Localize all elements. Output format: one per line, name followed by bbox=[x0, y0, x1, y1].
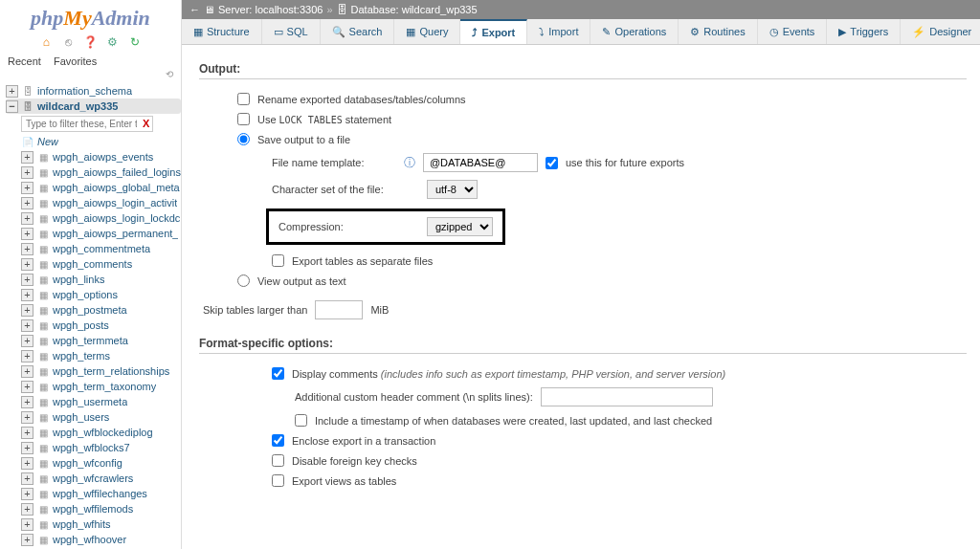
expand-icon[interactable]: + bbox=[21, 381, 33, 393]
table-item[interactable]: +▦wpgh_aiowps_events bbox=[21, 149, 181, 165]
expand-icon[interactable]: + bbox=[21, 243, 33, 255]
save-radio[interactable] bbox=[237, 133, 250, 145]
tab-export[interactable]: ⤴Export bbox=[460, 19, 527, 44]
header-comment-input[interactable] bbox=[541, 387, 713, 406]
tab-routines[interactable]: ⚙Routines bbox=[679, 19, 757, 44]
table-item[interactable]: +▦wpgh_aiowps_login_lockdc bbox=[21, 210, 181, 226]
filter-box: X bbox=[21, 116, 181, 132]
table-item[interactable]: +▦wpgh_wfcrawlers bbox=[21, 471, 181, 486]
expand-icon[interactable]: + bbox=[21, 258, 33, 271]
reload-icon[interactable]: ↻ bbox=[127, 34, 143, 50]
table-item[interactable]: +▦wpgh_wffilechanges bbox=[21, 486, 181, 501]
filter-input[interactable] bbox=[21, 116, 153, 132]
expand-icon[interactable]: + bbox=[21, 197, 33, 209]
favorites-link[interactable]: Favorites bbox=[54, 55, 97, 67]
breadcrumb-db[interactable]: Database: wildcard_wp335 bbox=[351, 4, 478, 15]
tab-search[interactable]: 🔍Search bbox=[321, 19, 395, 44]
expand-icon[interactable]: + bbox=[21, 396, 33, 408]
filename-input[interactable] bbox=[423, 153, 538, 172]
breadcrumb-server[interactable]: Server: localhost:3306 bbox=[218, 4, 323, 15]
db-item[interactable]: + 🗄 information_schema bbox=[6, 83, 181, 99]
compression-select[interactable]: gzipped bbox=[427, 217, 493, 236]
comments-checkbox[interactable] bbox=[272, 367, 284, 380]
home-icon[interactable]: ⌂ bbox=[38, 34, 54, 50]
expand-icon[interactable]: + bbox=[21, 427, 33, 439]
table-item[interactable]: +▦wpgh_wfhits bbox=[21, 516, 181, 532]
expand-icon[interactable]: + bbox=[21, 228, 33, 240]
expand-icon[interactable]: + bbox=[21, 289, 33, 301]
lock-checkbox[interactable] bbox=[237, 113, 250, 125]
expand-icon[interactable]: + bbox=[21, 503, 33, 516]
collapse-icon[interactable]: − bbox=[6, 100, 18, 113]
table-item[interactable]: +▦wpgh_aiowps_login_activit bbox=[21, 195, 181, 210]
future-checkbox[interactable] bbox=[546, 157, 558, 169]
table-item[interactable]: +▦wpgh_wfblockediplog bbox=[21, 425, 181, 440]
tab-sql[interactable]: ▭SQL bbox=[262, 19, 321, 44]
expand-icon[interactable]: + bbox=[21, 442, 33, 454]
expand-icon[interactable]: + bbox=[21, 151, 33, 164]
table-item[interactable]: +▦wpgh_posts bbox=[21, 318, 181, 333]
charset-select[interactable]: utf-8 bbox=[427, 180, 478, 199]
separate-checkbox[interactable] bbox=[272, 254, 284, 267]
expand-icon[interactable]: + bbox=[21, 166, 33, 179]
rename-checkbox[interactable] bbox=[237, 93, 250, 105]
expand-icon[interactable]: + bbox=[21, 457, 33, 470]
timestamp-checkbox[interactable] bbox=[295, 414, 307, 427]
expand-icon[interactable]: + bbox=[21, 365, 33, 378]
expand-icon[interactable]: + bbox=[21, 534, 33, 546]
tab-events[interactable]: ◷Events bbox=[758, 19, 828, 44]
table-item[interactable]: +▦wpgh_term_taxonomy bbox=[21, 379, 181, 394]
tab-designer[interactable]: ⚡Designer bbox=[901, 19, 980, 44]
tab-operations[interactable]: ✎Operations bbox=[590, 19, 679, 44]
tab-triggers[interactable]: ▶Triggers bbox=[827, 19, 901, 44]
table-item[interactable]: +▦wpgh_aiowps_global_meta bbox=[21, 180, 181, 195]
table-item[interactable]: +▦wpgh_termmeta bbox=[21, 333, 181, 348]
table-item[interactable]: +▦wpgh_wfhoover bbox=[21, 532, 181, 547]
table-item[interactable]: +▦wpgh_postmeta bbox=[21, 302, 181, 318]
expand-icon[interactable]: + bbox=[21, 488, 33, 500]
expand-icon[interactable]: + bbox=[6, 85, 18, 98]
table-item[interactable]: +▦wpgh_wffilemods bbox=[21, 501, 181, 516]
expand-icon[interactable]: + bbox=[21, 274, 33, 286]
table-item[interactable]: +▦wpgh_term_relationships bbox=[21, 363, 181, 379]
docs-icon[interactable]: ❓ bbox=[82, 34, 98, 50]
table-item[interactable]: +▦wpgh_options bbox=[21, 287, 181, 302]
settings-icon[interactable]: ⚙ bbox=[105, 34, 121, 50]
expand-icon[interactable]: + bbox=[21, 518, 33, 531]
tab-import[interactable]: ⤵Import bbox=[527, 19, 590, 44]
expand-icon[interactable]: + bbox=[21, 472, 33, 485]
nav-left-icon[interactable]: ← bbox=[189, 4, 200, 15]
table-item[interactable]: +▦wpgh_wfblocks7 bbox=[21, 440, 181, 455]
filter-clear-icon[interactable]: X bbox=[143, 118, 149, 129]
skip-input[interactable] bbox=[315, 300, 363, 319]
fk-checkbox[interactable] bbox=[272, 454, 284, 467]
table-item[interactable]: +▦wpgh_users bbox=[21, 409, 181, 425]
recent-link[interactable]: Recent bbox=[8, 55, 41, 67]
expand-icon[interactable]: + bbox=[21, 350, 33, 362]
table-item[interactable]: +▦wpgh_terms bbox=[21, 348, 181, 363]
logo[interactable]: phpMyAdmin bbox=[0, 0, 181, 33]
table-item[interactable]: +▦wpgh_usermeta bbox=[21, 394, 181, 409]
view-output-radio[interactable] bbox=[237, 274, 250, 287]
table-item[interactable]: +▦wpgh_aiowps_permanent_ bbox=[21, 226, 181, 241]
enclose-checkbox[interactable] bbox=[272, 434, 284, 447]
tab-query[interactable]: ▦Query bbox=[394, 19, 460, 44]
expand-icon[interactable]: + bbox=[21, 319, 33, 332]
expand-icon[interactable]: + bbox=[21, 182, 33, 194]
views-checkbox[interactable] bbox=[272, 474, 284, 487]
expand-icon[interactable]: + bbox=[21, 304, 33, 317]
table-item[interactable]: +▦wpgh_links bbox=[21, 272, 181, 287]
logout-icon[interactable]: ⎋ bbox=[60, 34, 76, 50]
expand-icon[interactable]: + bbox=[21, 411, 33, 424]
expand-icon[interactable]: + bbox=[21, 335, 33, 347]
collapse-icon[interactable]: ⟲ bbox=[0, 69, 181, 81]
new-table[interactable]: 📄 New bbox=[21, 134, 181, 149]
db-item-active[interactable]: − 🗄 wildcard_wp335 bbox=[6, 99, 181, 114]
table-item[interactable]: +▦wpgh_commentmeta bbox=[21, 241, 181, 256]
expand-icon[interactable]: + bbox=[21, 212, 33, 225]
help-icon[interactable]: ⓘ bbox=[404, 155, 415, 171]
table-item[interactable]: +▦wpgh_wfconfig bbox=[21, 455, 181, 471]
tab-structure[interactable]: ▦Structure bbox=[182, 19, 262, 44]
table-item[interactable]: +▦wpgh_aiowps_failed_logins bbox=[21, 165, 181, 180]
table-item[interactable]: +▦wpgh_comments bbox=[21, 256, 181, 272]
